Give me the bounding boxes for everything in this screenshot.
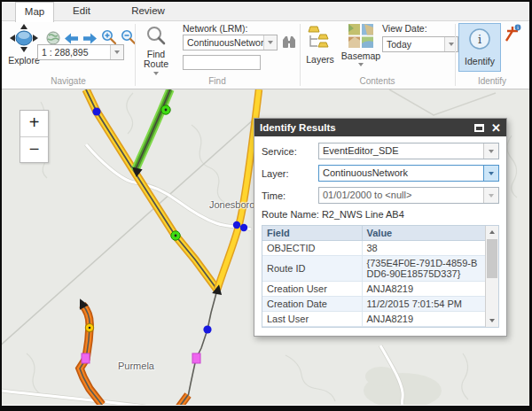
yellow-route-branch[interactable]: [217, 89, 259, 290]
chevron-down-icon: [114, 50, 120, 54]
table-header-row: Field Value: [262, 226, 485, 241]
map-view[interactable]: Jonesboro Purmela + − Identify Results ✕…: [2, 89, 529, 405]
identify-results-titlebar[interactable]: Identify Results ✕: [254, 119, 506, 136]
event-markers[interactable]: [82, 105, 247, 363]
yellow-route-main[interactable]: [86, 89, 217, 290]
group-label-contents: Contents: [300, 76, 455, 86]
identify-route-location-icon[interactable]: i: [504, 24, 523, 45]
results-table-body: OBJECTID38Route ID{735E4F0E-791D-4859-BD…: [262, 241, 485, 327]
identify-icon: i: [468, 27, 491, 54]
layer-combobox[interactable]: ContinuousNetwork: [318, 165, 499, 182]
layer-dropdown-button[interactable]: [483, 166, 498, 181]
table-scrollbar[interactable]: [485, 226, 498, 327]
view-date-value: Today: [383, 37, 444, 51]
network-value: ContinuousNetwork: [184, 35, 263, 50]
svg-text:i: i: [478, 33, 481, 46]
column-header-value[interactable]: Value: [362, 226, 485, 241]
view-date-combobox[interactable]: Today: [382, 36, 458, 52]
chevron-down-icon: [489, 194, 494, 198]
layers-icon: [307, 25, 333, 53]
results-table-wrapper: Field Value OBJECTID38Route ID{735E4F0E-…: [262, 225, 499, 328]
basemap-icon: [348, 24, 373, 50]
identify-results-panel: Identify Results ✕ Service: EventEditor_…: [254, 118, 507, 337]
service-combobox[interactable]: EventEditor_SDE: [318, 143, 499, 159]
service-dropdown-button[interactable]: [483, 143, 498, 159]
tab-map[interactable]: Map: [15, 2, 54, 22]
time-label: Time:: [262, 190, 318, 201]
svg-text:i: i: [517, 24, 519, 30]
panel-title-text: Identify Results: [260, 122, 336, 133]
green-route[interactable]: [135, 89, 170, 171]
green-point-marker: [161, 105, 170, 114]
close-icon[interactable]: ✕: [491, 122, 501, 134]
view-date-label: View Date:: [382, 23, 427, 34]
table-cell: Last User: [262, 312, 362, 327]
minor-road: [389, 89, 496, 115]
maximize-icon[interactable]: [474, 124, 484, 132]
layers-label: Layers: [306, 54, 334, 65]
green-point-marker: [171, 231, 180, 240]
basemap-button[interactable]: Basemap: [341, 24, 380, 66]
zoom-out-button[interactable]: −: [20, 136, 48, 162]
table-row[interactable]: Route ID{735E4F0E-791D-4859-BDD6-90E1857…: [262, 256, 485, 282]
chevron-down-icon: [489, 150, 494, 153]
network-combobox[interactable]: ContinuousNetwork: [183, 35, 278, 50]
time-dropdown-button[interactable]: [483, 188, 498, 203]
ribbon: Explore: [2, 21, 529, 89]
identify-results-body: Service: EventEditor_SDE Layer: Continuo…: [254, 136, 506, 336]
app-window: Map Edit Review Explore: [0, 0, 532, 411]
blue-point-marker: [233, 221, 240, 229]
time-value: 01/01/2000 to <null>: [319, 188, 483, 203]
table-row[interactable]: Creation UserANJA8219: [262, 282, 485, 297]
find-route-label-line2: Route: [144, 58, 168, 69]
table-cell: 11/2/2015 7:01:54 PM: [362, 297, 485, 312]
find-route-button[interactable]: Find Route: [139, 25, 173, 75]
identify-button[interactable]: i Identify: [458, 23, 501, 72]
table-row[interactable]: Creation Date11/2/2015 7:01:54 PM: [262, 297, 485, 312]
scale-combobox[interactable]: 1 : 288,895: [37, 44, 124, 60]
layers-button[interactable]: Layers: [303, 25, 337, 65]
scrollbar-thumb[interactable]: [487, 239, 497, 278]
table-cell: ANJA8219: [362, 312, 485, 327]
chevron-down-icon: [268, 41, 273, 44]
identify-button-label: Identify: [465, 56, 495, 66]
table-cell: Creation User: [262, 282, 362, 297]
chevron-down-icon: [449, 43, 454, 46]
ribbon-tab-bar: Map Edit Review: [2, 2, 529, 21]
chevron-down-icon: [358, 63, 364, 66]
chevron-down-icon: [153, 72, 159, 75]
scale-dropdown-button[interactable]: [110, 45, 123, 59]
tab-review[interactable]: Review: [126, 2, 170, 21]
group-label-navigate: Navigate: [2, 76, 135, 86]
orange-route-segment: [178, 395, 188, 405]
scroll-up-icon[interactable]: [486, 226, 498, 238]
binoculars-icon[interactable]: [282, 35, 296, 52]
find-route-magnifier-icon: [145, 25, 167, 48]
table-row[interactable]: Last UserANJA8219: [262, 312, 485, 327]
column-header-field[interactable]: Field: [262, 226, 362, 241]
place-label-jonesboro: Jonesboro: [209, 199, 254, 210]
tab-edit[interactable]: Edit: [64, 2, 99, 21]
table-cell: OBJECTID: [262, 241, 362, 256]
layer-value: ContinuousNetwork: [319, 166, 483, 181]
time-combobox[interactable]: 01/01/2000 to <null>: [318, 187, 499, 204]
table-cell: Route ID: [262, 256, 362, 282]
group-label-find: Find: [135, 76, 300, 86]
orange-route[interactable]: [75, 297, 102, 405]
group-label-identify: Identify: [455, 76, 529, 86]
scroll-down-icon[interactable]: [486, 314, 498, 327]
route-name-line: Route Name: R2_NWS Line AB4: [262, 209, 499, 220]
find-route-input[interactable]: [183, 55, 261, 70]
table-row[interactable]: OBJECTID38: [262, 241, 485, 256]
service-value: EventEditor_SDE: [319, 143, 483, 159]
zoom-in-button[interactable]: +: [20, 111, 48, 136]
route-name-label: Route Name:: [262, 209, 319, 220]
pink-square-marker: [82, 353, 90, 363]
network-dropdown-button[interactable]: [263, 35, 277, 50]
chevron-down-icon: [489, 172, 494, 175]
basemap-label: Basemap: [341, 50, 380, 61]
table-cell: 38: [362, 241, 485, 256]
service-label: Service:: [262, 146, 318, 157]
route-connector-line: [181, 290, 217, 405]
blue-point-marker: [240, 224, 247, 231]
